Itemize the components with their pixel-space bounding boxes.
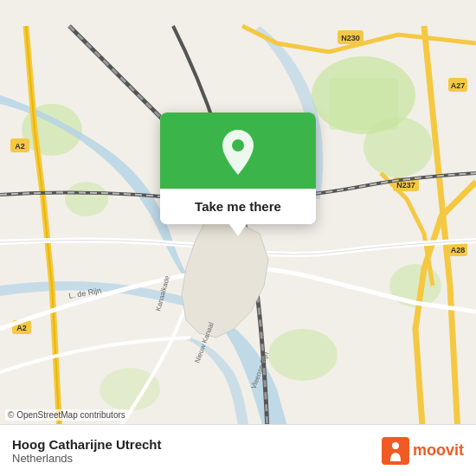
bottom-bar: Hoog Catharijne Utrecht Netherlands moov… [0, 424, 476, 476]
location-name: Hoog Catharijne Utrecht [12, 437, 162, 452]
take-me-there-button[interactable]: Take me there [160, 189, 316, 224]
svg-point-28 [392, 442, 399, 449]
moovit-logo: moovit [382, 437, 464, 465]
svg-point-7 [268, 329, 338, 381]
osm-attribution: © OpenStreetMap contributors [5, 409, 128, 421]
svg-text:A27: A27 [451, 81, 466, 90]
svg-point-5 [65, 182, 108, 216]
svg-text:A28: A28 [451, 246, 466, 254]
moovit-text: moovit [413, 441, 464, 460]
popup-header [160, 113, 316, 189]
moovit-brand-icon [382, 437, 409, 465]
map-background: A2 A2 N230 A27 A28 N237 [0, 0, 476, 476]
svg-point-26 [232, 139, 244, 151]
svg-text:N230: N230 [341, 34, 360, 42]
popup-card: Take me there [160, 113, 316, 224]
svg-text:A2: A2 [15, 142, 25, 151]
location-info: Hoog Catharijne Utrecht Netherlands [12, 437, 162, 465]
location-country: Netherlands [12, 452, 162, 465]
svg-rect-3 [329, 78, 398, 130]
map-container[interactable]: A2 A2 N230 A27 A28 N237 [0, 0, 476, 476]
svg-point-8 [100, 368, 160, 411]
location-pin-icon [217, 128, 259, 177]
attribution-text: © OpenStreetMap contributors [8, 410, 125, 420]
svg-text:A2: A2 [16, 324, 27, 332]
svg-text:N237: N237 [396, 181, 415, 190]
